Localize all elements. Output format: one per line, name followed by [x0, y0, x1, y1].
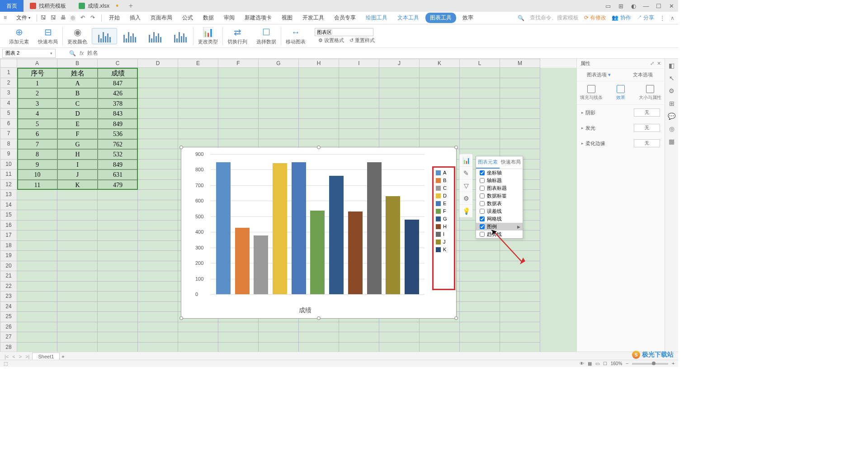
- cell[interactable]: [138, 99, 178, 109]
- row-header[interactable]: 11: [0, 169, 17, 180]
- ribbon-tab-text[interactable]: 文本工具: [394, 12, 423, 24]
- legend-item[interactable]: B: [436, 178, 452, 183]
- cell[interactable]: [98, 312, 138, 322]
- cell[interactable]: [57, 210, 98, 221]
- ribbon-tab[interactable]: 插入: [126, 12, 144, 24]
- ribbon-tab[interactable]: 页面布局: [147, 12, 176, 24]
- cell[interactable]: 7: [17, 139, 57, 150]
- cell[interactable]: [178, 119, 218, 129]
- cell[interactable]: [98, 332, 138, 343]
- cell[interactable]: [379, 88, 420, 99]
- cell[interactable]: [339, 99, 379, 109]
- cell[interactable]: 4: [17, 108, 57, 119]
- tool-settings-icon[interactable]: ⚙: [668, 87, 676, 95]
- cell[interactable]: [138, 332, 178, 343]
- cell[interactable]: 3: [17, 99, 57, 109]
- prop-glow[interactable]: ▸发光无: [577, 120, 665, 136]
- row-header[interactable]: 10: [0, 160, 17, 170]
- cell[interactable]: 426: [98, 88, 138, 99]
- tool-grid-icon[interactable]: ▦: [668, 137, 676, 146]
- column-header[interactable]: H: [299, 59, 339, 68]
- view-mode-icon[interactable]: ▦: [588, 361, 592, 366]
- switch-rowcol-button[interactable]: ⇄切换行列: [223, 27, 252, 45]
- cell[interactable]: [339, 343, 379, 353]
- cell[interactable]: [17, 332, 57, 343]
- fx-icon[interactable]: fx: [80, 50, 84, 56]
- cell[interactable]: [299, 88, 339, 99]
- cell[interactable]: [138, 149, 178, 160]
- cell[interactable]: 631: [98, 169, 138, 180]
- cell[interactable]: [460, 241, 500, 251]
- cell[interactable]: [98, 322, 138, 333]
- set-format-button[interactable]: ⚙ 设置格式: [318, 37, 344, 44]
- cell[interactable]: [17, 251, 57, 261]
- row-header[interactable]: 21: [0, 271, 17, 282]
- chart-style-4[interactable]: [168, 28, 193, 44]
- cell[interactable]: [17, 261, 57, 272]
- column-header[interactable]: J: [379, 59, 420, 68]
- cell[interactable]: 6: [17, 129, 57, 139]
- cell[interactable]: [299, 332, 339, 343]
- pin-icon[interactable]: ⤢: [650, 61, 654, 66]
- row-header[interactable]: 1: [0, 68, 17, 78]
- cell[interactable]: 序号: [17, 68, 57, 78]
- share-button[interactable]: ↗ 分享: [637, 14, 654, 22]
- column-header[interactable]: F: [218, 59, 259, 68]
- cell[interactable]: [178, 99, 218, 109]
- cell[interactable]: [138, 119, 178, 129]
- cell[interactable]: 10: [17, 169, 57, 180]
- cell[interactable]: [500, 129, 540, 139]
- legend-item[interactable]: E: [436, 201, 452, 206]
- row-header[interactable]: 16: [0, 221, 17, 231]
- cell[interactable]: [500, 332, 540, 343]
- cell[interactable]: [178, 78, 218, 89]
- cell[interactable]: [259, 322, 299, 333]
- cell[interactable]: [98, 271, 138, 282]
- cell[interactable]: [500, 139, 540, 150]
- column-header[interactable]: L: [460, 59, 500, 68]
- cell[interactable]: [17, 241, 57, 251]
- cell[interactable]: [460, 68, 500, 78]
- row-header[interactable]: 14: [0, 200, 17, 211]
- has-changes[interactable]: ⟳ 有修改: [584, 14, 606, 22]
- cell[interactable]: [299, 322, 339, 333]
- row-header[interactable]: 22: [0, 282, 17, 292]
- cell[interactable]: [17, 302, 57, 312]
- cell[interactable]: 5: [17, 119, 57, 129]
- cell[interactable]: 532: [98, 149, 138, 160]
- cell[interactable]: [57, 230, 98, 241]
- tab-chart-options[interactable]: 图表选项 ▾: [577, 69, 621, 81]
- saveas-icon[interactable]: 🖫: [51, 14, 58, 22]
- cell[interactable]: [138, 241, 178, 251]
- cell[interactable]: 姓名: [57, 68, 98, 78]
- cell[interactable]: [500, 99, 540, 109]
- chart-object[interactable]: 0100200300400500600700800900 ABCDEFGHIJK…: [181, 147, 457, 319]
- chart-settings-icon[interactable]: ⚙: [460, 192, 472, 205]
- cell[interactable]: [98, 221, 138, 231]
- tab-template[interactable]: 找稻壳模板: [24, 0, 72, 12]
- cell[interactable]: [460, 129, 500, 139]
- checkbox[interactable]: [480, 216, 485, 221]
- cell[interactable]: G: [57, 139, 98, 150]
- file-menu[interactable]: 文件 ▾: [14, 13, 33, 23]
- cell[interactable]: [218, 78, 259, 89]
- cell[interactable]: [259, 129, 299, 139]
- row-header[interactable]: 18: [0, 241, 17, 251]
- cell[interactable]: [500, 271, 540, 282]
- legend-item[interactable]: I: [436, 231, 452, 237]
- close-icon[interactable]: ✕: [667, 2, 675, 10]
- cell[interactable]: [98, 210, 138, 221]
- print-icon[interactable]: 🖶: [61, 14, 68, 22]
- cell[interactable]: [500, 88, 540, 99]
- cell[interactable]: [460, 119, 500, 129]
- minimize-icon[interactable]: —: [642, 2, 650, 10]
- cell[interactable]: [138, 88, 178, 99]
- cell[interactable]: [420, 322, 460, 333]
- tab-home[interactable]: 首页: [0, 0, 24, 12]
- ribbon-tab-draw[interactable]: 绘图工具: [362, 12, 391, 24]
- column-header[interactable]: C: [98, 59, 138, 68]
- cell[interactable]: [178, 332, 218, 343]
- chart-legend[interactable]: ABCDEFGHIJK: [434, 168, 454, 289]
- chart-element-option[interactable]: 图表标题: [476, 184, 523, 192]
- cell[interactable]: [138, 302, 178, 312]
